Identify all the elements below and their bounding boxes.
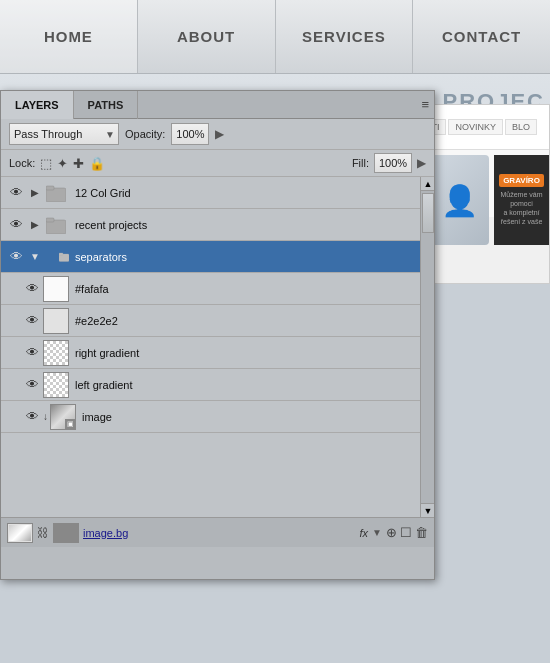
layer-thumbnail: [43, 372, 69, 398]
lock-all-icon[interactable]: 🔒: [89, 156, 105, 171]
fill-input[interactable]: [374, 153, 412, 173]
expand-arrow-icon[interactable]: ▶: [27, 182, 43, 204]
layer-name: right gradient: [75, 347, 416, 359]
visibility-icon[interactable]: 👁: [21, 310, 43, 332]
layer-name: #fafafa: [75, 283, 416, 295]
visibility-icon[interactable]: 👁: [21, 342, 43, 364]
layer-row[interactable]: 👁 ▶ 12 Col Grid: [1, 177, 420, 209]
nav-bar: HOME ABOUT SERVICES CONTACT: [0, 0, 550, 74]
layer-name: left gradient: [75, 379, 416, 391]
link-icon: ↓: [43, 411, 48, 422]
new-layer-icon[interactable]: ☐: [400, 525, 412, 540]
panel-tab-bar: LAYERS PATHS ≡: [1, 91, 434, 119]
layer-thumbnail: [43, 340, 69, 366]
chain-link-icon: ⛓: [37, 526, 49, 540]
mock-nav-novinky: NOVINKY: [448, 119, 503, 135]
layer-name: recent projects: [75, 219, 416, 231]
blend-mode-row: Pass Through Normal Multiply Screen Over…: [1, 119, 434, 150]
smart-object-icon: ▣: [67, 420, 74, 428]
layer-name: image: [82, 411, 416, 423]
panel-menu-icon[interactable]: ≡: [421, 97, 429, 112]
mock-orange-badge: GRAVÍRO: [499, 174, 544, 187]
layers-panel: LAYERS PATHS ≡ Pass Through Normal Multi…: [0, 90, 435, 580]
nav-item-services[interactable]: SERVICES: [276, 0, 414, 73]
visibility-icon[interactable]: 👁: [21, 278, 43, 300]
bottom-icons: ⊕ ☐ 🗑: [386, 525, 428, 540]
fx-arrow-icon[interactable]: ▼: [372, 527, 382, 538]
fill-arrow-icon[interactable]: ▶: [417, 156, 426, 170]
layer-name: separators: [75, 251, 416, 263]
tab-paths[interactable]: PATHS: [74, 91, 139, 119]
layer-name: 12 Col Grid: [75, 187, 416, 199]
scrollbar-down-button[interactable]: ▼: [421, 503, 434, 517]
layer-folder-icon: [43, 214, 69, 236]
layer-row[interactable]: 👁 right gradient: [1, 337, 420, 369]
layer-thumbnail: [43, 308, 69, 334]
opacity-arrow-icon[interactable]: ▶: [215, 127, 224, 141]
delete-layer-icon[interactable]: 🗑: [415, 525, 428, 540]
scrollbar-thumb[interactable]: [422, 193, 434, 233]
bottom-layer-name[interactable]: image.bg: [83, 527, 356, 539]
svg-rect-5: [59, 253, 63, 256]
layer-folder-icon: [43, 182, 69, 204]
layers-list: 👁 ▶ 12 Col Grid 👁 ▶: [1, 177, 434, 517]
mock-dark-panel: GRAVÍRO Můžeme vám pomocia kompletnířeše…: [494, 155, 549, 245]
layer-row[interactable]: 👁 left gradient: [1, 369, 420, 401]
layer-row[interactable]: 👁 #fafafa: [1, 273, 420, 305]
layer-row[interactable]: 👁 ▼ separators: [1, 241, 420, 273]
blend-mode-select[interactable]: Pass Through Normal Multiply Screen Over…: [9, 123, 119, 145]
nav-item-home[interactable]: HOME: [0, 0, 138, 73]
svg-rect-3: [46, 218, 54, 222]
layer-folder-open-icon: [43, 246, 69, 268]
layers-list-wrapper: 👁 ▶ 12 Col Grid 👁 ▶: [1, 177, 434, 517]
lock-pixel-icon[interactable]: ⬚: [40, 156, 52, 171]
scrollbar-track: ▲ ▼: [420, 177, 434, 517]
visibility-icon[interactable]: 👁: [21, 406, 43, 428]
fill-label: Fill:: [352, 157, 369, 169]
lock-row: Lock: ⬚ ✦ ✚ 🔒 Fill: ▶: [1, 150, 434, 177]
nav-item-about[interactable]: ABOUT: [138, 0, 276, 73]
opacity-input[interactable]: [171, 123, 209, 145]
opacity-label: Opacity:: [125, 128, 165, 140]
mock-panel-text: Můžeme vám pomocia kompletnířešení z vaš…: [499, 190, 544, 226]
mock-person-image: 👤: [429, 155, 489, 245]
layer-row[interactable]: 👁 ▶ recent projects: [1, 209, 420, 241]
expand-arrow-icon[interactable]: ▶: [27, 214, 43, 236]
bottom-thumbnail-1: [7, 523, 33, 543]
layer-name: #e2e2e2: [75, 315, 416, 327]
layer-thumbnail: [43, 276, 69, 302]
svg-rect-1: [46, 186, 54, 190]
scrollbar-up-button[interactable]: ▲: [421, 177, 434, 191]
panel-bottom-bar: ⛓ image.bg fx ▼ ⊕ ☐ 🗑: [1, 517, 434, 547]
lock-position-icon[interactable]: ✦: [57, 156, 68, 171]
expand-arrow-icon[interactable]: ▼: [27, 246, 43, 268]
add-style-icon[interactable]: ⊕: [386, 525, 397, 540]
tab-layers[interactable]: LAYERS: [1, 91, 74, 119]
bottom-thumbnail-2: [53, 523, 79, 543]
visibility-icon[interactable]: 👁: [21, 374, 43, 396]
lock-label: Lock:: [9, 157, 35, 169]
blend-select-wrapper: Pass Through Normal Multiply Screen Over…: [9, 123, 119, 145]
visibility-icon[interactable]: 👁: [5, 182, 27, 204]
layer-row[interactable]: 👁 #e2e2e2: [1, 305, 420, 337]
lock-move-icon[interactable]: ✚: [73, 156, 84, 171]
visibility-icon[interactable]: 👁: [5, 246, 27, 268]
fx-badge: fx: [360, 527, 369, 539]
layer-thumbnail: ▣: [50, 404, 76, 430]
mock-nav-blo: BLO: [505, 119, 537, 135]
visibility-icon[interactable]: 👁: [5, 214, 27, 236]
nav-item-contact[interactable]: CONTACT: [413, 0, 550, 73]
layer-row[interactable]: 👁 ↓ ▣ image: [1, 401, 420, 433]
